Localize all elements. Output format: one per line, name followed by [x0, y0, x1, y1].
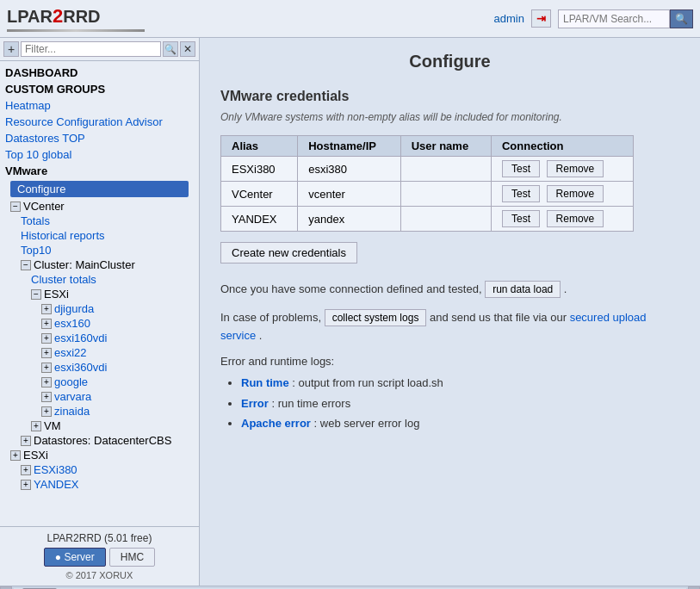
- sidebar-item-esxi-group[interactable]: − ESXi: [0, 287, 199, 301]
- varvara-link[interactable]: varvara: [54, 390, 91, 403]
- sidebar-item-esxi22[interactable]: + esxi22: [0, 345, 199, 360]
- col-connection: Connection: [491, 136, 633, 157]
- row3-test-button[interactable]: Test: [502, 210, 540, 227]
- totals-link[interactable]: Totals: [21, 214, 50, 227]
- zinaida-link[interactable]: zinaida: [54, 405, 90, 418]
- logo-rrd: RRD: [63, 7, 100, 27]
- sidebar-item-djigurda[interactable]: + djigurda: [0, 301, 199, 316]
- credentials-table: Alias Hostname/IP User name Connection E…: [220, 135, 634, 232]
- main-layout: + 🔍 ✕ DASHBOARD CUSTOM GROUPS Heatmap Re…: [0, 38, 700, 586]
- filter-search-icon[interactable]: 🔍: [163, 41, 178, 57]
- sidebar-item-varvara[interactable]: + varvara: [0, 389, 199, 404]
- esxi22-expand-icon[interactable]: +: [41, 348, 52, 358]
- vcenter-expand-icon[interactable]: −: [10, 202, 21, 212]
- row2-remove-button[interactable]: Remove: [547, 185, 604, 202]
- sidebar-item-top10global[interactable]: Top 10 global: [0, 146, 199, 163]
- maincluster-expand-icon[interactable]: −: [21, 260, 31, 270]
- sidebar-item-esx160[interactable]: + esx160: [0, 316, 199, 331]
- sidebar-item-datastores-dc[interactable]: + Datastores: DatacenterCBS: [0, 433, 199, 448]
- top10-link[interactable]: Top10: [21, 244, 51, 257]
- horizontal-scrollbar[interactable]: ◀ ▶: [0, 586, 700, 589]
- esxi160vdi-link[interactable]: esxi160vdi: [54, 332, 107, 344]
- runtime-log-link[interactable]: Run time: [241, 376, 289, 389]
- sidebar-item-custom-groups: CUSTOM GROUPS: [0, 81, 199, 97]
- sidebar-item-esxi380[interactable]: + ESXi380: [0, 462, 199, 477]
- error-log-link[interactable]: Error: [241, 397, 269, 410]
- sidebar-item-maincluster[interactable]: − Cluster: MainCluster: [0, 257, 199, 272]
- logo: LPAR 2 RRD: [7, 5, 145, 32]
- scroll-right-arrow[interactable]: ▶: [688, 586, 700, 590]
- row1-remove-button[interactable]: Remove: [547, 160, 604, 177]
- runtime-log-desc: : output from run script load.sh: [292, 376, 443, 389]
- filter-input[interactable]: [21, 41, 161, 57]
- row1-test-button[interactable]: Test: [502, 160, 540, 177]
- search-box: 🔍: [558, 9, 693, 28]
- logout-button[interactable]: ⇥: [531, 9, 551, 28]
- esxi360vdi-link[interactable]: esxi360vdi: [54, 361, 107, 374]
- djigurda-link[interactable]: djigurda: [54, 302, 94, 315]
- esxi-root-label: ESXi: [23, 449, 48, 462]
- esxi-root-expand-icon[interactable]: +: [10, 450, 21, 461]
- datastores-dc-expand-icon[interactable]: +: [21, 436, 31, 446]
- esxi-group-expand-icon[interactable]: −: [31, 289, 41, 300]
- sidebar-item-datastores-top[interactable]: Datastores TOP: [0, 130, 199, 146]
- esxi380-expand-icon[interactable]: +: [21, 465, 31, 475]
- create-credentials-button[interactable]: Create new credentials: [220, 242, 357, 264]
- row2-test-button[interactable]: Test: [502, 185, 540, 202]
- cluster-totals-link[interactable]: Cluster totals: [31, 273, 96, 286]
- historical-link[interactable]: Historical reports: [21, 229, 105, 242]
- info2-prefix: In case of problems,: [220, 311, 321, 324]
- admin-link[interactable]: admin: [494, 12, 524, 25]
- google-link[interactable]: google: [54, 375, 88, 388]
- sidebar-item-vm[interactable]: + VM: [0, 418, 199, 433]
- apache-log-desc: : web server error log: [314, 417, 420, 430]
- row2-connection: Test Remove: [491, 182, 633, 207]
- sidebar-item-google[interactable]: + google: [0, 375, 199, 389]
- filter-clear-button[interactable]: ✕: [180, 41, 195, 57]
- server-button[interactable]: ● Server: [44, 548, 106, 567]
- varvara-expand-icon[interactable]: +: [41, 392, 52, 402]
- djigurda-expand-icon[interactable]: +: [41, 304, 52, 314]
- sidebar-item-esxi-root[interactable]: + ESXi: [0, 448, 199, 462]
- row1-username: [400, 157, 491, 182]
- esx160-expand-icon[interactable]: +: [41, 319, 52, 329]
- esxi22-link[interactable]: esxi22: [54, 346, 87, 359]
- sidebar-item-top10[interactable]: Top10: [0, 243, 199, 257]
- filter-bar: + 🔍 ✕: [0, 38, 199, 61]
- sidebar-item-esxi360vdi[interactable]: + esxi360vdi: [0, 360, 199, 375]
- esxi160vdi-expand-icon[interactable]: +: [41, 333, 52, 344]
- row2-alias: VCenter: [221, 182, 298, 207]
- search-button[interactable]: 🔍: [670, 9, 693, 28]
- run-data-load-button[interactable]: run data load: [485, 281, 561, 298]
- logo-lpar: LPAR: [7, 7, 53, 27]
- header: LPAR 2 RRD admin ⇥ 🔍: [0, 0, 700, 38]
- sidebar-item-esxi160vdi[interactable]: + esxi160vdi: [0, 331, 199, 345]
- logo-2: 2: [53, 5, 63, 28]
- filter-add-button[interactable]: +: [3, 41, 19, 57]
- sidebar-item-totals[interactable]: Totals: [0, 214, 199, 228]
- search-input[interactable]: [558, 9, 670, 28]
- vm-label: VM: [44, 419, 61, 432]
- esxi360vdi-expand-icon[interactable]: +: [41, 363, 52, 373]
- yandex-link[interactable]: YANDEX: [34, 478, 79, 491]
- esxi380-link[interactable]: ESXi380: [34, 463, 77, 476]
- esx160-link[interactable]: esx160: [54, 317, 90, 330]
- hmc-button[interactable]: HMC: [109, 548, 155, 567]
- yandex-expand-icon[interactable]: +: [21, 480, 31, 490]
- zinaida-expand-icon[interactable]: +: [41, 406, 52, 417]
- sidebar-item-yandex[interactable]: + YANDEX: [0, 477, 199, 492]
- row3-remove-button[interactable]: Remove: [547, 210, 604, 227]
- sidebar-item-dashboard: DASHBOARD: [0, 65, 199, 81]
- sidebar-item-heatmap[interactable]: Heatmap: [0, 97, 199, 114]
- sidebar-item-configure[interactable]: Configure: [10, 181, 189, 197]
- sidebar-item-historical[interactable]: Historical reports: [0, 228, 199, 243]
- sidebar-item-vcenter[interactable]: − VCenter: [0, 199, 199, 214]
- apache-log-link[interactable]: Apache error: [241, 417, 311, 430]
- sidebar-item-zinaida[interactable]: + zinaida: [0, 404, 199, 418]
- sidebar-item-rca[interactable]: Resource Configuration Advisor: [0, 114, 199, 130]
- sidebar-item-cluster-totals[interactable]: Cluster totals: [0, 272, 199, 287]
- google-expand-icon[interactable]: +: [41, 377, 52, 388]
- scroll-left-arrow[interactable]: ◀: [0, 586, 12, 590]
- collect-logs-button[interactable]: collect system logs: [325, 309, 427, 326]
- vm-expand-icon[interactable]: +: [31, 421, 41, 431]
